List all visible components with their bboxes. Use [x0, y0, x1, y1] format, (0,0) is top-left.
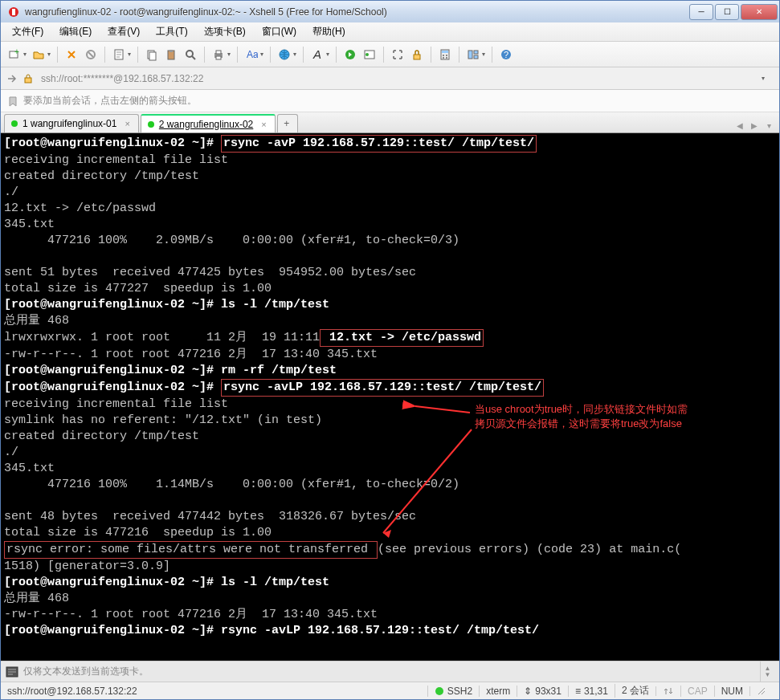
address-dropdown[interactable]: ▾: [762, 75, 774, 82]
tab-session-2[interactable]: 2 wangrufienglinux-02 ×: [141, 114, 276, 132]
svg-rect-28: [474, 55, 478, 59]
status-dot-icon: [148, 121, 154, 128]
svg-point-22: [443, 55, 444, 56]
svg-point-24: [443, 57, 444, 59]
font-dropdown[interactable]: ▾: [259, 51, 265, 58]
tab-prev-button[interactable]: ◀: [733, 118, 747, 132]
toolbar: +▾ ▾ ▾ ▾ Aa▾ ▾ A▾ ▾ ?: [1, 42, 779, 67]
new-session-button[interactable]: +: [6, 46, 23, 63]
minimize-button[interactable]: ─: [689, 4, 713, 20]
font-button[interactable]: Aa: [243, 46, 260, 63]
bookmark-icon[interactable]: [7, 96, 18, 107]
status-size: ⇕ 93x31: [517, 686, 568, 697]
tab-session-1[interactable]: 1 wangruifenglinux-01 ×: [4, 114, 139, 132]
scroll-buttons[interactable]: ▲▼: [760, 661, 774, 682]
svg-text:+: +: [14, 48, 19, 56]
status-cap: CAP: [680, 686, 714, 697]
menu-window[interactable]: 窗口(W): [255, 23, 303, 40]
statusbar: ssh://root@192.168.57.132:22 SSH2 xterm …: [1, 682, 779, 699]
highlight-button[interactable]: A: [308, 46, 326, 63]
find-button[interactable]: [182, 46, 199, 63]
svg-rect-26: [468, 51, 472, 59]
svg-rect-27: [474, 51, 478, 54]
status-num: NUM: [714, 686, 749, 697]
send-icon[interactable]: [6, 666, 18, 678]
script-list-button[interactable]: [361, 46, 378, 63]
globe-dropdown[interactable]: ▾: [292, 51, 298, 58]
status-pos: ≡ 31,31: [568, 686, 615, 697]
reconnect-button[interactable]: [63, 46, 80, 63]
menu-view[interactable]: 查看(V): [101, 23, 146, 40]
svg-point-18: [365, 53, 369, 56]
paste-button[interactable]: [162, 46, 180, 63]
add-session-icon[interactable]: [6, 72, 18, 85]
new-tab-button[interactable]: +: [277, 114, 298, 132]
menubar: 文件(F) 编辑(E) 查看(V) 工具(T) 选项卡(B) 窗口(W) 帮助(…: [1, 22, 779, 42]
menu-help[interactable]: 帮助(H): [306, 23, 352, 40]
layout-dropdown[interactable]: ▾: [480, 51, 487, 58]
copy-button[interactable]: [143, 46, 161, 63]
menu-tabs[interactable]: 选项卡(B): [198, 23, 252, 40]
rsync-error: rsync error: some files/attrs were not t…: [4, 541, 378, 559]
app-icon: [7, 6, 20, 18]
layout-button[interactable]: [464, 46, 482, 63]
highlight-dropdown[interactable]: ▾: [325, 51, 331, 58]
status-proto: SSH2: [427, 686, 479, 697]
addressbar: ssh://root:********@192.168.57.132:22 ▾: [1, 67, 779, 90]
svg-text:Aa: Aa: [247, 49, 258, 60]
globe-button[interactable]: [276, 46, 293, 63]
lock-button[interactable]: [408, 46, 426, 63]
status-updown-icon: [655, 686, 680, 696]
tabbar: 1 wangruifenglinux-01 × 2 wangrufienglin…: [1, 112, 779, 133]
tab-next-button[interactable]: ▶: [747, 118, 762, 132]
tab-close-icon[interactable]: ×: [125, 119, 129, 128]
window-buttons: ─ ☐ ✕: [688, 4, 778, 20]
svg-line-32: [415, 406, 470, 413]
menu-tools[interactable]: 工具(T): [149, 23, 194, 40]
hint-text: 要添加当前会话，点击左侧的箭头按钮。: [23, 94, 197, 108]
tab-label: 2 wangrufienglinux-02: [159, 119, 253, 130]
tab-close-icon[interactable]: ×: [261, 120, 266, 129]
status-connection: ssh://root@192.168.57.132:22: [7, 686, 427, 697]
rsync-cmd-2: rsync -avLP 192.168.57.129::test/ /tmp/t…: [221, 379, 544, 397]
compose-input-bar: 仅将文本发送到当前选项卡。 ▲▼: [1, 661, 779, 682]
new-session-dropdown[interactable]: ▾: [22, 51, 28, 58]
maximize-button[interactable]: ☐: [715, 4, 739, 20]
properties-dropdown[interactable]: ▾: [126, 51, 133, 58]
symlink-entry: 12.txt -> /etc/passwd: [320, 329, 484, 347]
disconnect-button[interactable]: [82, 46, 100, 63]
svg-rect-21: [442, 51, 448, 53]
svg-rect-1: [12, 9, 15, 15]
close-button[interactable]: ✕: [741, 4, 778, 20]
tab-list-button[interactable]: ▾: [762, 118, 776, 132]
svg-rect-19: [414, 55, 420, 59]
svg-rect-12: [216, 51, 221, 54]
rsync-cmd-1: rsync -avP 192.168.57.129::test/ /tmp/te…: [221, 135, 537, 153]
compose-input[interactable]: 仅将文本发送到当前选项卡。: [23, 665, 755, 678]
open-dropdown[interactable]: ▾: [46, 51, 52, 58]
print-button[interactable]: [210, 46, 227, 63]
svg-text:?: ?: [504, 50, 508, 59]
print-dropdown[interactable]: ▾: [226, 51, 232, 58]
calculator-button[interactable]: [436, 46, 454, 63]
svg-point-25: [446, 57, 447, 59]
status-sessions: 2 会话: [615, 684, 655, 698]
status-term: xterm: [479, 686, 517, 697]
properties-button[interactable]: [110, 46, 128, 63]
resize-grip[interactable]: [749, 686, 773, 696]
annotation-text: 当use chroot为true时，同步软链接文件时如需拷贝源文件会报错，这时需…: [475, 402, 688, 431]
script-button[interactable]: [341, 46, 359, 63]
window-title: wangrufienglinux-02 - root@wangruifengli…: [25, 6, 688, 18]
address-text[interactable]: ssh://root:********@192.168.57.132:22: [38, 71, 758, 86]
help-button[interactable]: ?: [497, 46, 515, 63]
fullscreen-button[interactable]: [389, 46, 406, 63]
open-button[interactable]: [30, 46, 47, 63]
menu-file[interactable]: 文件(F): [6, 23, 50, 40]
svg-point-23: [446, 55, 447, 56]
terminal[interactable]: [root@wangruifenglinux-02 ~]# rsync -avP…: [1, 133, 779, 661]
svg-point-35: [435, 687, 443, 695]
menu-edit[interactable]: 编辑(E): [53, 23, 98, 40]
svg-point-10: [186, 51, 193, 57]
svg-rect-9: [169, 50, 173, 52]
svg-rect-7: [149, 52, 156, 60]
